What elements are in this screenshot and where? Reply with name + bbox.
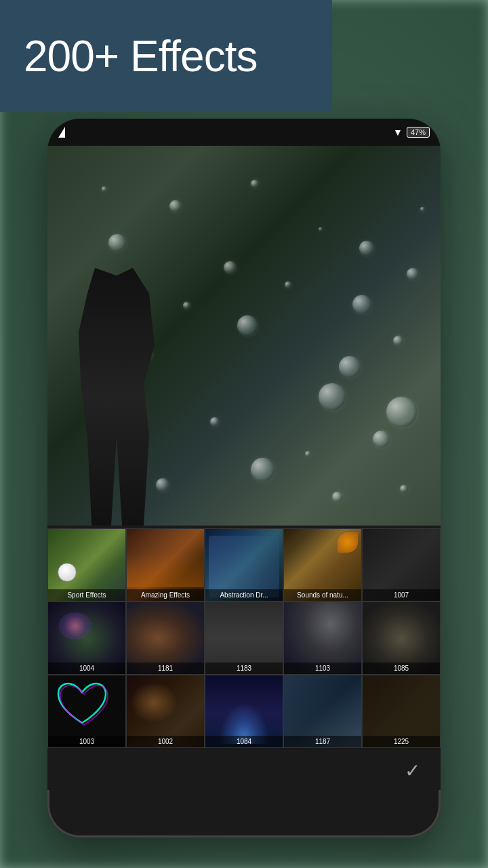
effects-row-1: Sport Effects Amazing Effects Abstractio… — [47, 528, 441, 601]
effect-1084[interactable]: 1084 — [205, 675, 283, 748]
effect-1007-label: 1007 — [363, 589, 440, 601]
header-title: 200+ Effects — [24, 31, 257, 81]
status-bar: ▼ 47% — [47, 119, 441, 146]
effect-1187[interactable]: 1187 — [283, 675, 362, 748]
effect-1007[interactable]: 1007 — [362, 528, 441, 601]
heart-svg — [52, 679, 113, 733]
bottom-bar: ✓ — [47, 751, 441, 790]
effect-1003[interactable]: 1003 — [47, 675, 126, 748]
confirm-button[interactable]: ✓ — [405, 760, 420, 782]
phone-frame: ▼ 47% — [47, 119, 441, 837]
leaves-icon — [338, 532, 358, 553]
effect-1181[interactable]: 1181 — [126, 601, 205, 675]
effect-1002[interactable]: 1002 — [126, 675, 205, 748]
effect-1003-label: 1003 — [48, 736, 125, 747]
soccer-ball-icon — [58, 563, 77, 582]
effect-1225-label: 1225 — [363, 736, 440, 747]
effect-1085-label: 1085 — [363, 663, 440, 674]
effect-1187-label: 1187 — [284, 736, 361, 747]
effect-abstraction[interactable]: Abstraction Dr... — [205, 528, 283, 601]
effect-sounds-nature[interactable]: Sounds of natu... — [283, 528, 362, 601]
effects-grid: Sport Effects Amazing Effects Abstractio… — [47, 526, 441, 751]
effect-1004[interactable]: 1004 — [47, 601, 126, 675]
signal-icon — [58, 127, 65, 138]
effect-1181-label: 1181 — [127, 663, 204, 674]
effect-1085[interactable]: 1085 — [362, 601, 441, 675]
effect-1004-label: 1004 — [48, 663, 125, 674]
effect-1103[interactable]: 1103 — [283, 601, 362, 675]
main-photo[interactable] — [47, 146, 441, 526]
battery-indicator: 47% — [407, 127, 430, 138]
wifi-icon: ▼ — [393, 127, 403, 138]
effect-sport-effects[interactable]: Sport Effects — [47, 528, 126, 601]
effect-1225[interactable]: 1225 — [362, 675, 441, 748]
effect-amazing-effects[interactable]: Amazing Effects — [126, 528, 205, 601]
effects-row-3: 1003 1002 1084 1187 — [47, 675, 441, 748]
header-banner: 200+ Effects — [0, 0, 332, 112]
status-right: ▼ 47% — [393, 127, 430, 138]
effect-sport-label: Sport Effects — [48, 589, 125, 601]
effect-1084-label: 1084 — [205, 736, 283, 747]
effects-row-2: 1004 1181 1183 1103 1085 — [47, 601, 441, 675]
effect-abstraction-label: Abstraction Dr... — [205, 589, 283, 601]
effect-sounds-label: Sounds of natu... — [284, 589, 361, 601]
flame-overlay — [127, 553, 204, 587]
effect-1002-label: 1002 — [127, 736, 204, 747]
effect-amazing-label: Amazing Effects — [127, 589, 204, 601]
effect-1183[interactable]: 1183 — [205, 601, 283, 675]
effect-1183-label: 1183 — [205, 663, 283, 674]
effect-1103-label: 1103 — [284, 663, 361, 674]
